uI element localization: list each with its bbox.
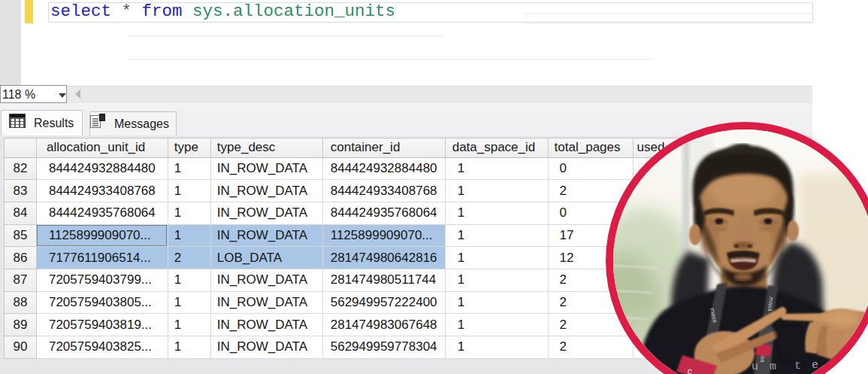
svg-text:f: f	[845, 360, 852, 373]
svg-text:m: m	[770, 360, 776, 373]
svg-text:u: u	[752, 360, 758, 373]
svg-text:e: e	[812, 359, 818, 372]
svg-text:p: p	[828, 360, 835, 372]
